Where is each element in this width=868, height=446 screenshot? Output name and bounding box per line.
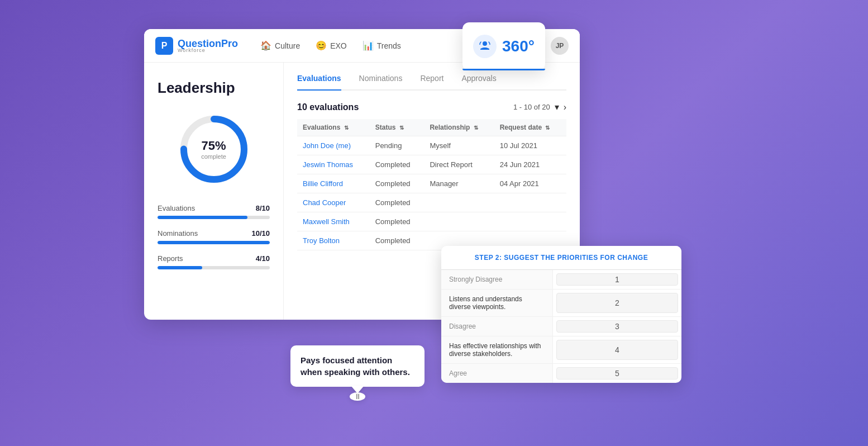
donut-percent: 75%: [201, 139, 226, 153]
step2-item-2-text: Has effective relationships with diverse…: [441, 336, 553, 363]
sort-evaluations-icon[interactable]: ⇅: [344, 125, 349, 131]
eval-relationship-1: Direct Report: [424, 155, 494, 174]
nominations-progress-track: [158, 241, 270, 244]
stat-nominations: Nominations 10/10: [158, 229, 270, 244]
eval-relationship-3: [424, 193, 494, 212]
tab-evaluations[interactable]: Evaluations: [297, 74, 341, 91]
donut-complete-text: complete: [201, 153, 226, 160]
table-row: Jeswin Thomas Completed Direct Report 24…: [297, 155, 566, 174]
logo-box: P: [155, 37, 173, 55]
tooltip-arrow: ⏸: [349, 386, 366, 397]
table-row: Maxwell Smith Completed: [297, 212, 566, 231]
donut-chart: 75% complete: [175, 110, 253, 188]
stat-reports-label: Reports: [158, 254, 183, 263]
pagination: 1 - 10 of 20 ▾ ›: [513, 102, 566, 112]
scale-label-disagree: Disagree: [441, 317, 553, 336]
eval-name-3[interactable]: Chad Cooper: [297, 193, 370, 212]
reports-progress-fill: [158, 266, 202, 269]
donut-label: 75% complete: [201, 139, 226, 160]
step2-card: STEP 2: SUGGEST THE PRIORITIES FOR CHANG…: [441, 246, 681, 383]
pagination-dropdown[interactable]: ▾: [555, 102, 559, 112]
step2-item-1-text: Listens and understands diverse viewpoin…: [441, 290, 553, 316]
tooltip-mic-icon: ⏸: [350, 392, 365, 401]
evaluations-progress-fill: [158, 216, 247, 219]
eval-relationship-0: Myself: [424, 136, 494, 155]
logo-letter: P: [161, 41, 168, 51]
evaluations-progress-track: [158, 216, 270, 219]
stat-nominations-label: Nominations: [158, 229, 198, 238]
scale-num-1[interactable]: 1: [556, 273, 678, 286]
eval-name-4[interactable]: Maxwell Smith: [297, 212, 370, 231]
eval-date-2: 04 Apr 2021: [494, 174, 566, 193]
col-status: Status ⇅: [370, 119, 425, 136]
nav-trends[interactable]: 📊 Trends: [363, 40, 401, 51]
person-360-icon: [473, 35, 497, 58]
tab-approvals[interactable]: Approvals: [461, 74, 496, 91]
stat-reports-value: 4/10: [256, 254, 270, 263]
nominations-progress-fill: [158, 241, 270, 244]
eval-name-0[interactable]: John Doe (me): [297, 136, 370, 155]
sort-date-icon[interactable]: ⇅: [545, 125, 550, 131]
pagination-text: 1 - 10 of 20: [513, 103, 550, 111]
step2-header: STEP 2: SUGGEST THE PRIORITIES FOR CHANG…: [441, 246, 681, 270]
stat-reports: Reports 4/10: [158, 254, 270, 269]
eval-status-0: Pending: [370, 136, 425, 155]
eval-name-5[interactable]: Troy Bolton: [297, 231, 370, 250]
tooltip-card: Pays focused attention when speaking wit…: [290, 345, 425, 387]
scale-num-2[interactable]: 2: [556, 293, 678, 313]
sort-status-icon[interactable]: ⇅: [399, 125, 404, 131]
reports-progress-track: [158, 266, 270, 269]
logo-area: P QuestionPro Workforce: [155, 37, 238, 55]
sort-relationship-icon[interactable]: ⇅: [474, 125, 478, 131]
eval-relationship-2: Manager: [424, 174, 494, 193]
nav-trends-label: Trends: [377, 41, 401, 50]
nav-culture-label: Culture: [275, 41, 300, 50]
eval-name-2[interactable]: Billie Clifford: [297, 174, 370, 193]
eval-date-0: 10 Jul 2021: [494, 136, 566, 155]
stat-evaluations: Evaluations 8/10: [158, 204, 270, 219]
nav-avatar[interactable]: JP: [551, 37, 569, 55]
nav-exo[interactable]: 😊 EXO: [316, 40, 347, 51]
badge-360-card: 360°: [462, 22, 545, 70]
evaluations-table: Evaluations ⇅ Status ⇅ Relationship ⇅: [297, 119, 566, 250]
page-title: Leadership: [158, 79, 270, 97]
exo-icon: 😊: [316, 40, 327, 51]
table-row: Billie Clifford Completed Manager 04 Apr…: [297, 174, 566, 193]
tooltip-text: Pays focused attention when speaking wit…: [301, 354, 414, 378]
scale-num-5[interactable]: 5: [556, 367, 678, 379]
col-evaluations: Evaluations ⇅: [297, 119, 370, 136]
eval-status-4: Completed: [370, 212, 425, 231]
scale-label-agree: Agree: [441, 364, 553, 383]
eval-date-3: [494, 193, 566, 212]
stat-nominations-value: 10/10: [251, 229, 270, 238]
tabs: Evaluations Nominations Report Approvals: [297, 74, 566, 91]
table-header-row: 10 evaluations 1 - 10 of 20 ▾ ›: [297, 102, 566, 112]
scale-label-strongly-disagree: Strongly Disagree: [441, 270, 553, 289]
step2-title: STEP 2: SUGGEST THE PRIORITIES FOR CHANG…: [452, 254, 670, 262]
eval-status-2: Completed: [370, 174, 425, 193]
badge-360-text: 360°: [502, 37, 535, 55]
col-date: Request date ⇅: [494, 119, 566, 136]
badge-underline: [462, 69, 545, 70]
step2-body: Strongly Disagree 1 Listens and understa…: [441, 270, 681, 383]
scale-num-3[interactable]: 3: [556, 320, 678, 333]
eval-status-5: Completed: [370, 231, 425, 250]
eval-date-1: 24 Jun 2021: [494, 155, 566, 174]
tab-nominations[interactable]: Nominations: [359, 74, 403, 91]
home-icon: 🏠: [260, 40, 271, 51]
scale-num-4[interactable]: 4: [556, 340, 678, 360]
table-row: John Doe (me) Pending Myself 10 Jul 2021: [297, 136, 566, 155]
stat-evaluations-label: Evaluations: [158, 204, 195, 212]
tab-report[interactable]: Report: [420, 74, 443, 91]
table-row: Chad Cooper Completed: [297, 193, 566, 212]
left-panel: Leadership 75% complete: [144, 63, 284, 320]
stat-evaluations-value: 8/10: [256, 204, 270, 212]
eval-relationship-4: [424, 212, 494, 231]
tooltip-arrow-shape: [351, 386, 364, 393]
nav-exo-label: EXO: [330, 41, 347, 50]
table-title: 10 evaluations: [297, 102, 359, 112]
nav-culture[interactable]: 🏠 Culture: [260, 40, 300, 51]
eval-status-3: Completed: [370, 193, 425, 212]
pagination-next[interactable]: ›: [564, 102, 566, 112]
eval-name-1[interactable]: Jeswin Thomas: [297, 155, 370, 174]
